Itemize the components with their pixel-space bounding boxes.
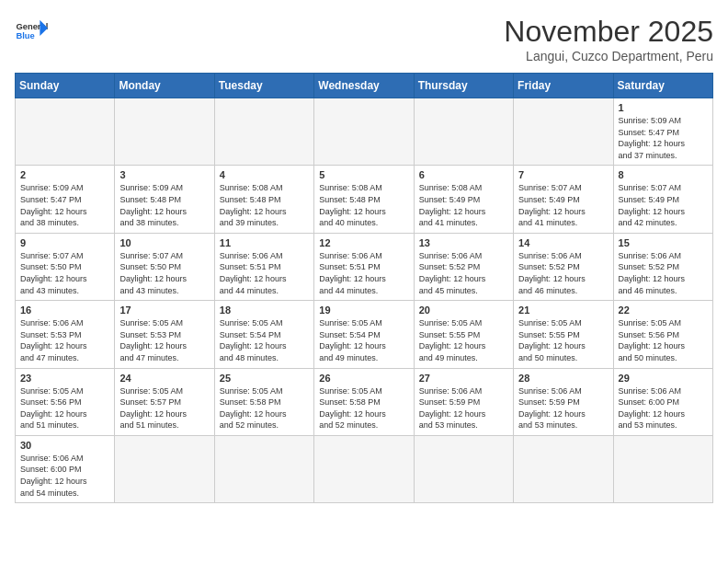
calendar-cell: 2Sunrise: 5:09 AM Sunset: 5:47 PM Daylig… xyxy=(16,166,115,233)
calendar-cell: 5Sunrise: 5:08 AM Sunset: 5:48 PM Daylig… xyxy=(314,166,414,233)
calendar-cell: 29Sunrise: 5:06 AM Sunset: 6:00 PM Dayli… xyxy=(613,368,712,435)
weekday-header-row: SundayMondayTuesdayWednesdayThursdayFrid… xyxy=(16,74,713,98)
day-info: Sunrise: 5:05 AM Sunset: 5:57 PM Dayligh… xyxy=(119,385,209,431)
page-header: General Blue November 2025 Langui, Cuzco… xyxy=(15,15,713,63)
calendar-cell: 25Sunrise: 5:05 AM Sunset: 5:58 PM Dayli… xyxy=(214,368,313,435)
day-number: 24 xyxy=(119,373,209,384)
day-info: Sunrise: 5:06 AM Sunset: 5:59 PM Dayligh… xyxy=(518,385,608,431)
weekday-header-wednesday: Wednesday xyxy=(314,74,414,98)
day-number: 7 xyxy=(518,169,608,180)
day-info: Sunrise: 5:09 AM Sunset: 5:47 PM Dayligh… xyxy=(20,182,109,228)
day-info: Sunrise: 5:05 AM Sunset: 5:56 PM Dayligh… xyxy=(20,385,109,431)
day-number: 15 xyxy=(619,237,708,248)
calendar-week-3: 9Sunrise: 5:07 AM Sunset: 5:50 PM Daylig… xyxy=(16,233,713,300)
calendar-cell: 15Sunrise: 5:06 AM Sunset: 5:52 PM Dayli… xyxy=(613,233,712,300)
day-number: 23 xyxy=(20,373,109,384)
weekday-header-sunday: Sunday xyxy=(16,74,115,98)
calendar-week-6: 30Sunrise: 5:06 AM Sunset: 6:00 PM Dayli… xyxy=(16,435,713,502)
calendar-cell: 8Sunrise: 5:07 AM Sunset: 5:49 PM Daylig… xyxy=(613,166,712,233)
day-info: Sunrise: 5:05 AM Sunset: 5:54 PM Dayligh… xyxy=(220,317,309,363)
day-number: 12 xyxy=(319,237,408,248)
day-info: Sunrise: 5:06 AM Sunset: 6:00 PM Dayligh… xyxy=(619,385,708,431)
calendar-cell: 9Sunrise: 5:07 AM Sunset: 5:50 PM Daylig… xyxy=(16,233,115,300)
day-info: Sunrise: 5:05 AM Sunset: 5:54 PM Dayligh… xyxy=(319,317,408,363)
calendar-cell: 21Sunrise: 5:05 AM Sunset: 5:55 PM Dayli… xyxy=(514,301,613,368)
title-block: November 2025 Langui, Cuzco Department, … xyxy=(504,15,713,63)
day-number: 9 xyxy=(20,237,109,248)
calendar-week-4: 16Sunrise: 5:06 AM Sunset: 5:53 PM Dayli… xyxy=(16,301,713,368)
calendar-cell: 17Sunrise: 5:05 AM Sunset: 5:53 PM Dayli… xyxy=(115,301,214,368)
day-info: Sunrise: 5:05 AM Sunset: 5:55 PM Dayligh… xyxy=(518,317,608,363)
svg-text:Blue: Blue xyxy=(16,31,34,40)
day-info: Sunrise: 5:07 AM Sunset: 5:49 PM Dayligh… xyxy=(518,182,608,228)
day-number: 1 xyxy=(619,102,708,113)
day-number: 13 xyxy=(419,237,508,248)
day-number: 21 xyxy=(518,304,608,316)
day-info: Sunrise: 5:05 AM Sunset: 5:58 PM Dayligh… xyxy=(319,385,408,431)
day-number: 3 xyxy=(119,169,209,180)
calendar-cell xyxy=(613,435,712,502)
calendar-cell: 14Sunrise: 5:06 AM Sunset: 5:52 PM Dayli… xyxy=(514,233,613,300)
day-number: 11 xyxy=(220,237,309,248)
day-info: Sunrise: 5:06 AM Sunset: 5:52 PM Dayligh… xyxy=(419,250,508,296)
calendar-cell: 19Sunrise: 5:05 AM Sunset: 5:54 PM Dayli… xyxy=(314,301,414,368)
weekday-header-friday: Friday xyxy=(514,74,613,98)
day-number: 22 xyxy=(619,304,708,316)
day-number: 10 xyxy=(119,237,209,248)
day-info: Sunrise: 5:05 AM Sunset: 5:56 PM Dayligh… xyxy=(619,317,708,363)
calendar-cell xyxy=(214,98,313,166)
day-info: Sunrise: 5:06 AM Sunset: 6:00 PM Dayligh… xyxy=(20,453,109,499)
calendar-cell xyxy=(514,435,613,502)
calendar-cell xyxy=(514,98,613,166)
weekday-header-tuesday: Tuesday xyxy=(214,74,313,98)
day-number: 5 xyxy=(319,169,408,180)
calendar-cell: 23Sunrise: 5:05 AM Sunset: 5:56 PM Dayli… xyxy=(16,368,115,435)
day-number: 14 xyxy=(518,237,608,248)
logo-icon: General Blue xyxy=(15,15,48,48)
day-info: Sunrise: 5:08 AM Sunset: 5:48 PM Dayligh… xyxy=(319,182,408,228)
day-number: 6 xyxy=(419,169,508,180)
day-number: 8 xyxy=(619,169,708,180)
day-info: Sunrise: 5:06 AM Sunset: 5:51 PM Dayligh… xyxy=(220,250,309,296)
calendar-cell: 18Sunrise: 5:05 AM Sunset: 5:54 PM Dayli… xyxy=(214,301,313,368)
calendar-cell: 27Sunrise: 5:06 AM Sunset: 5:59 PM Dayli… xyxy=(414,368,513,435)
day-info: Sunrise: 5:09 AM Sunset: 5:48 PM Dayligh… xyxy=(119,182,209,228)
day-info: Sunrise: 5:07 AM Sunset: 5:49 PM Dayligh… xyxy=(619,182,708,228)
day-info: Sunrise: 5:06 AM Sunset: 5:53 PM Dayligh… xyxy=(20,317,109,363)
day-number: 25 xyxy=(220,373,309,384)
calendar-cell xyxy=(414,98,513,166)
calendar-cell xyxy=(414,435,513,502)
calendar-cell: 24Sunrise: 5:05 AM Sunset: 5:57 PM Dayli… xyxy=(115,368,214,435)
day-info: Sunrise: 5:09 AM Sunset: 5:47 PM Dayligh… xyxy=(619,115,708,161)
day-number: 19 xyxy=(319,304,408,316)
calendar-cell: 7Sunrise: 5:07 AM Sunset: 5:49 PM Daylig… xyxy=(514,166,613,233)
day-info: Sunrise: 5:06 AM Sunset: 5:52 PM Dayligh… xyxy=(518,250,608,296)
calendar-cell xyxy=(314,98,414,166)
day-number: 28 xyxy=(518,373,608,384)
calendar-cell: 30Sunrise: 5:06 AM Sunset: 6:00 PM Dayli… xyxy=(16,435,115,502)
day-number: 29 xyxy=(619,373,708,384)
calendar-cell: 16Sunrise: 5:06 AM Sunset: 5:53 PM Dayli… xyxy=(16,301,115,368)
calendar-cell: 20Sunrise: 5:05 AM Sunset: 5:55 PM Dayli… xyxy=(414,301,513,368)
day-info: Sunrise: 5:05 AM Sunset: 5:58 PM Dayligh… xyxy=(220,385,309,431)
calendar-cell: 11Sunrise: 5:06 AM Sunset: 5:51 PM Dayli… xyxy=(214,233,313,300)
calendar-cell: 26Sunrise: 5:05 AM Sunset: 5:58 PM Dayli… xyxy=(314,368,414,435)
calendar-cell: 22Sunrise: 5:05 AM Sunset: 5:56 PM Dayli… xyxy=(613,301,712,368)
calendar-cell: 28Sunrise: 5:06 AM Sunset: 5:59 PM Dayli… xyxy=(514,368,613,435)
day-info: Sunrise: 5:07 AM Sunset: 5:50 PM Dayligh… xyxy=(20,250,109,296)
day-info: Sunrise: 5:06 AM Sunset: 5:59 PM Dayligh… xyxy=(419,385,508,431)
calendar-week-1: 1Sunrise: 5:09 AM Sunset: 5:47 PM Daylig… xyxy=(16,98,713,166)
calendar-week-5: 23Sunrise: 5:05 AM Sunset: 5:56 PM Dayli… xyxy=(16,368,713,435)
calendar-table: SundayMondayTuesdayWednesdayThursdayFrid… xyxy=(15,73,713,503)
day-number: 17 xyxy=(119,304,209,316)
weekday-header-monday: Monday xyxy=(115,74,214,98)
day-number: 16 xyxy=(20,304,109,316)
weekday-header-thursday: Thursday xyxy=(414,74,513,98)
month-title: November 2025 xyxy=(504,15,713,49)
day-info: Sunrise: 5:06 AM Sunset: 5:51 PM Dayligh… xyxy=(319,250,408,296)
day-number: 30 xyxy=(20,440,109,451)
location-subtitle: Langui, Cuzco Department, Peru xyxy=(504,49,713,63)
calendar-cell: 10Sunrise: 5:07 AM Sunset: 5:50 PM Dayli… xyxy=(115,233,214,300)
calendar-cell: 4Sunrise: 5:08 AM Sunset: 5:48 PM Daylig… xyxy=(214,166,313,233)
calendar-cell: 1Sunrise: 5:09 AM Sunset: 5:47 PM Daylig… xyxy=(613,98,712,166)
